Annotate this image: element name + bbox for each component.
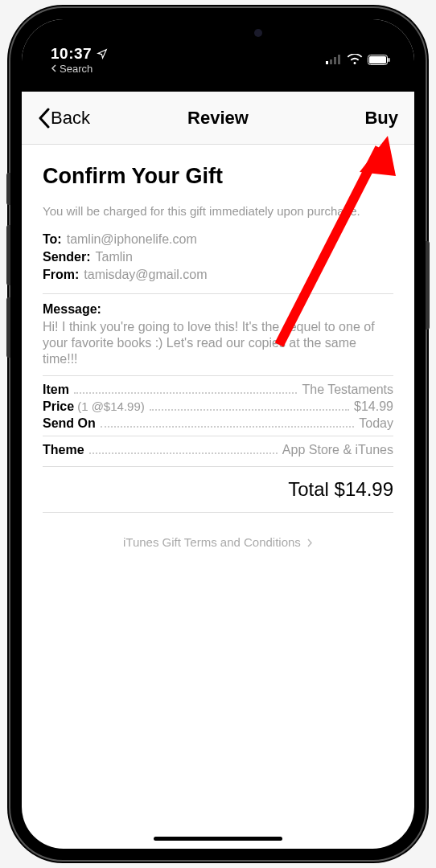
back-button[interactable]: Back <box>38 108 90 129</box>
total-label: Total <box>288 478 329 500</box>
back-to-app-label: Search <box>60 63 93 75</box>
theme-label: Theme <box>43 443 84 457</box>
price-value: $14.99 <box>354 399 393 414</box>
back-to-app[interactable]: Search <box>51 63 93 75</box>
mute-switch <box>6 173 10 205</box>
chevron-left-icon <box>38 108 51 129</box>
nav-bar: Back Review Buy <box>22 92 414 145</box>
sender-value: Tamlin <box>96 250 133 264</box>
dotted-leader <box>101 426 355 428</box>
message-text: Hi! I think you're going to love this! I… <box>43 319 393 367</box>
message-block: Message: Hi! I think you're going to lov… <box>43 294 393 376</box>
from-label: From: <box>43 268 79 282</box>
page-subtitle: You will be charged for this gift immedi… <box>43 203 393 219</box>
location-icon <box>97 48 108 59</box>
back-label: Back <box>51 108 90 129</box>
volume-down-button <box>6 297 10 358</box>
buy-button[interactable]: Buy <box>364 108 398 129</box>
to-value: tamlin@iphonelife.com <box>67 232 197 247</box>
message-label: Message: <box>43 302 393 317</box>
theme-value: App Store & iTunes <box>282 443 393 457</box>
sender-label: Sender: <box>43 250 91 264</box>
volume-up-button <box>6 225 10 285</box>
sendon-label: Send On <box>43 416 96 431</box>
device-frame: 10:37 Search <box>10 8 426 860</box>
svg-rect-0 <box>326 61 328 64</box>
svg-rect-6 <box>389 58 390 62</box>
svg-rect-5 <box>369 56 386 63</box>
terms-link[interactable]: iTunes Gift Terms and Conditions <box>43 513 393 571</box>
terms-label: iTunes Gift Terms and Conditions <box>123 535 301 549</box>
home-indicator[interactable] <box>154 837 282 841</box>
chevron-right-icon <box>306 538 313 547</box>
dotted-leader <box>74 392 298 394</box>
power-button <box>426 241 430 330</box>
total-value: $14.99 <box>335 478 393 500</box>
dotted-leader <box>89 452 278 454</box>
page-title: Confirm Your Gift <box>43 164 393 189</box>
screen: 10:37 Search <box>22 19 414 849</box>
notch <box>134 19 302 47</box>
from-value: tamisday@gmail.com <box>84 268 207 282</box>
svg-rect-2 <box>334 57 336 64</box>
caret-left-icon <box>51 64 57 72</box>
dotted-leader <box>150 409 349 411</box>
total-row: Total $14.99 <box>43 467 393 513</box>
price-sub: (1 @$14.99) <box>77 399 145 413</box>
battery-icon <box>368 55 390 65</box>
order-block: Item The Testaments Price (1 @$14.99) $1… <box>43 376 393 431</box>
price-label: Price <box>43 399 74 414</box>
svg-rect-1 <box>330 59 332 64</box>
item-value: The Testaments <box>302 383 393 397</box>
wifi-icon <box>347 54 363 65</box>
theme-block: Theme App Store & iTunes <box>43 436 393 467</box>
item-label: Item <box>43 383 69 397</box>
sendon-value: Today <box>359 416 393 431</box>
cellular-icon <box>326 55 342 64</box>
status-time: 10:37 <box>51 45 92 63</box>
recipient-block: To: tamlin@iphonelife.com Sender: Tamlin… <box>43 232 393 294</box>
svg-rect-3 <box>338 55 340 64</box>
to-label: To: <box>43 232 62 247</box>
content: Confirm Your Gift You will be charged fo… <box>22 145 414 849</box>
